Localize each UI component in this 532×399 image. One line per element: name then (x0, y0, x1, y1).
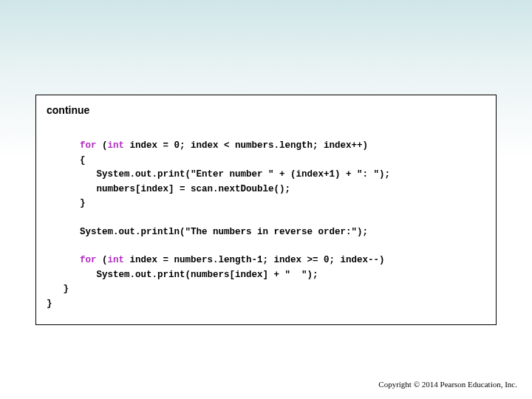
code-text: } (47, 299, 52, 309)
code-text: numbers[index] = scan.nextDouble(); (80, 184, 290, 194)
code-text: ( (97, 140, 108, 151)
code-text: } (47, 284, 69, 294)
code-text: System.out.print(numbers[index] + " "); (80, 270, 318, 280)
slide: continue for (int index = 0; index < num… (0, 0, 532, 399)
continue-label: continue (47, 104, 485, 116)
code-block: for (int index = 0; index < numbers.leng… (47, 125, 485, 311)
code-text: } (80, 198, 86, 208)
copyright-text: Copyright © 2014 Pearson Education, Inc. (378, 380, 517, 389)
code-text: index = 0; index < numbers.length; index… (124, 140, 368, 151)
keyword-for: for (80, 255, 97, 265)
code-text: System.out.print("Enter number " + (inde… (80, 169, 390, 180)
code-box: continue for (int index = 0; index < num… (35, 95, 497, 325)
keyword-int: int (108, 140, 125, 151)
code-text: index = numbers.length-1; index >= 0; in… (124, 255, 385, 265)
keyword-int: int (108, 255, 125, 265)
keyword-for: for (80, 140, 97, 151)
code-text: System.out.println("The numbers in rever… (80, 227, 368, 237)
code-text: { (80, 155, 86, 166)
code-text: ( (97, 255, 108, 265)
